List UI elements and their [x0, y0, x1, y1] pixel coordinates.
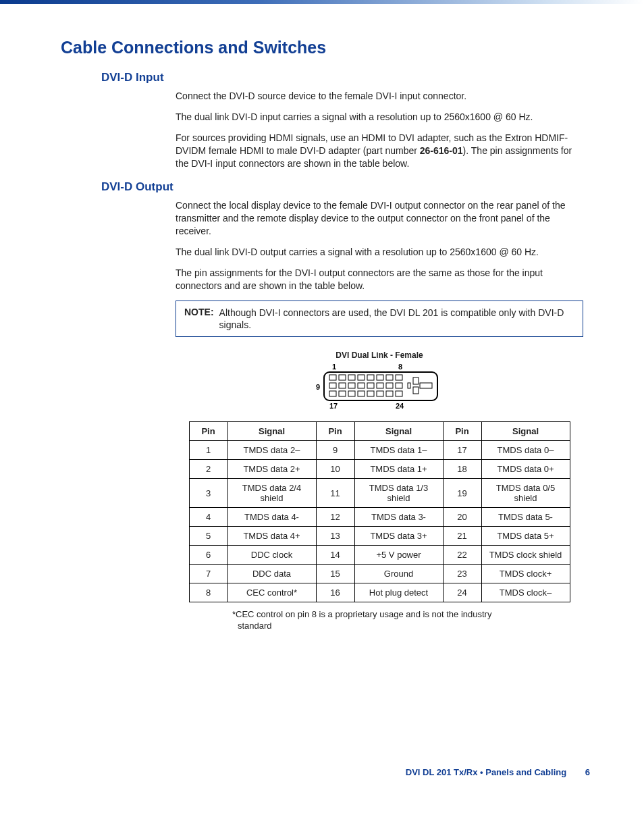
- output-para-1: Connect the local display device to the …: [176, 199, 583, 238]
- svg-rect-6: [377, 375, 383, 380]
- pin-cell: 6: [189, 546, 227, 565]
- pin-cell: 4: [189, 508, 227, 527]
- table-row: 8CEC control*16Hot plug detect24TMDS clo…: [189, 583, 570, 602]
- pin-cell: 17: [443, 441, 481, 460]
- note-text: Although DVI-I connectors are used, the …: [219, 307, 574, 331]
- svg-rect-8: [396, 375, 402, 380]
- signal-cell: TMDS data 4+: [227, 527, 316, 546]
- signal-cell: TMDS data 0+: [481, 460, 570, 479]
- signal-cell: TMDS data 2/4 shield: [227, 479, 316, 508]
- table-row: 4TMDS data 4-12TMDS data 3-20TMDS data 5…: [189, 508, 570, 527]
- svg-rect-3: [348, 375, 355, 380]
- footer-page-number: 6: [585, 767, 590, 777]
- pin-label-17: 17: [329, 402, 338, 410]
- signal-cell: TMDS data 1+: [354, 460, 443, 479]
- top-accent-bar: [0, 0, 644, 4]
- th-pin: Pin: [443, 422, 481, 441]
- pin-cell: 2: [189, 460, 227, 479]
- signal-cell: +5 V power: [354, 546, 443, 565]
- signal-cell: TMDS data 3+: [354, 527, 443, 546]
- svg-rect-9: [329, 383, 336, 388]
- table-footnote: *CEC control on pin 8 is a proprietary u…: [231, 609, 528, 632]
- svg-rect-4: [358, 375, 365, 380]
- pin-cell: 5: [189, 527, 227, 546]
- svg-rect-5: [367, 375, 374, 380]
- output-para-2: The dual link DVI-D output carries a sig…: [176, 246, 583, 259]
- pin-cell: 13: [316, 527, 354, 546]
- svg-rect-23: [386, 391, 393, 396]
- th-pin: Pin: [189, 422, 227, 441]
- svg-rect-15: [386, 383, 393, 388]
- pin-cell: 16: [316, 583, 354, 602]
- svg-rect-27: [420, 383, 432, 388]
- table-row: 2TMDS data 2+10TMDS data 1+18TMDS data 0…: [189, 460, 570, 479]
- pin-cell: 21: [443, 527, 481, 546]
- svg-rect-24: [396, 391, 402, 396]
- pin-cell: 18: [443, 460, 481, 479]
- pin-cell: 22: [443, 546, 481, 565]
- pin-cell: 9: [316, 441, 354, 460]
- svg-rect-21: [367, 391, 374, 396]
- pin-cell: 23: [443, 565, 481, 583]
- pin-label-9: 9: [316, 383, 320, 391]
- svg-rect-19: [348, 391, 355, 396]
- output-para-3: The pin assignments for the DVI-I output…: [176, 267, 583, 292]
- signal-cell: TMDS data 1/3 shield: [354, 479, 443, 508]
- pin-cell: 20: [443, 508, 481, 527]
- table-header-row: Pin Signal Pin Signal Pin Signal: [189, 422, 570, 441]
- pin-label-8: 8: [398, 363, 402, 371]
- signal-cell: TMDS data 5+: [481, 527, 570, 546]
- pin-assignment-table: Pin Signal Pin Signal Pin Signal 1TMDS d…: [189, 421, 570, 602]
- svg-rect-13: [367, 383, 374, 388]
- svg-rect-10: [339, 383, 346, 388]
- svg-rect-16: [396, 383, 402, 388]
- svg-rect-22: [377, 391, 383, 396]
- signal-cell: Hot plug detect: [354, 583, 443, 602]
- pin-label-24: 24: [396, 402, 404, 410]
- svg-rect-25: [408, 383, 410, 388]
- svg-rect-18: [339, 391, 346, 396]
- pin-cell: 24: [443, 583, 481, 602]
- signal-cell: TMDS clock–: [481, 583, 570, 602]
- pin-cell: 8: [189, 583, 227, 602]
- table-row: 5TMDS data 4+13TMDS data 3+21TMDS data 5…: [189, 527, 570, 546]
- note-label: NOTE:: [184, 307, 214, 317]
- pin-cell: 11: [316, 479, 354, 508]
- signal-cell: Ground: [354, 565, 443, 583]
- footer-doc-title: DVI DL 201 Tx/Rx • Panels and Cabling: [406, 767, 566, 777]
- connector-diagram: DVI Dual Link - Female 1 8 9 17 24: [176, 350, 583, 412]
- table-row: 1TMDS data 2–9TMDS data 1–17TMDS data 0–: [189, 441, 570, 460]
- pin-cell: 14: [316, 546, 354, 565]
- part-number: 26-616-01: [420, 145, 463, 156]
- pin-cell: 1: [189, 441, 227, 460]
- pin-cell: 12: [316, 508, 354, 527]
- svg-rect-20: [358, 391, 365, 396]
- svg-rect-26: [413, 377, 419, 384]
- signal-cell: CEC control*: [227, 583, 316, 602]
- pin-label-1: 1: [332, 363, 336, 371]
- subhead-dvid-output: DVI-D Output: [101, 180, 590, 194]
- signal-cell: TMDS data 1–: [354, 441, 443, 460]
- svg-rect-14: [377, 383, 383, 388]
- svg-rect-28: [413, 387, 419, 394]
- signal-cell: TMDS data 3-: [354, 508, 443, 527]
- svg-rect-12: [358, 383, 365, 388]
- th-signal: Signal: [354, 422, 443, 441]
- signal-cell: TMDS clock shield: [481, 546, 570, 565]
- table-row: 6DDC clock14+5 V power22TMDS clock shiel…: [189, 546, 570, 565]
- th-signal: Signal: [227, 422, 316, 441]
- signal-cell: TMDS data 5-: [481, 508, 570, 527]
- table-row: 3TMDS data 2/4 shield11TMDS data 1/3 shi…: [189, 479, 570, 508]
- input-para-1: Connect the DVI-D source device to the f…: [176, 90, 583, 103]
- th-signal: Signal: [481, 422, 570, 441]
- input-para-2: The dual link DVI-D input carries a sign…: [176, 111, 583, 124]
- input-para-3: For sources providing HDMI signals, use …: [176, 132, 583, 170]
- signal-cell: TMDS data 2+: [227, 460, 316, 479]
- signal-cell: TMDS data 2–: [227, 441, 316, 460]
- pin-cell: 7: [189, 565, 227, 583]
- th-pin: Pin: [316, 422, 354, 441]
- svg-rect-1: [329, 375, 336, 380]
- diagram-title: DVI Dual Link - Female: [176, 350, 583, 360]
- signal-cell: TMDS data 4-: [227, 508, 316, 527]
- page-heading: Cable Connections and Switches: [61, 38, 590, 57]
